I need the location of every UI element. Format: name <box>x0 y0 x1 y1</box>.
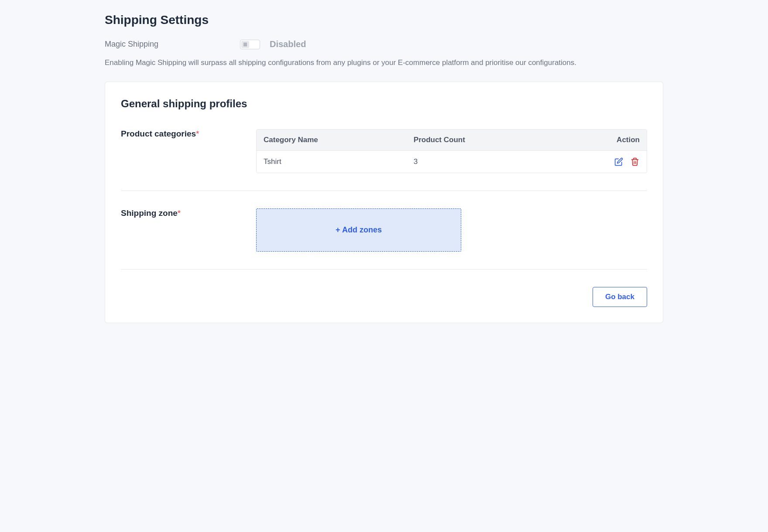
cell-category-name: Tshirt <box>257 151 407 173</box>
magic-shipping-toggle[interactable] <box>240 40 260 49</box>
required-asterisk: * <box>178 208 181 218</box>
cell-product-count: 3 <box>407 151 550 173</box>
edit-icon <box>614 157 623 166</box>
product-categories-section: Product categories* Category Name Produc… <box>121 129 647 191</box>
shipping-zone-label-text: Shipping zone <box>121 208 178 218</box>
delete-button[interactable] <box>630 157 640 167</box>
profile-title: General shipping profiles <box>121 98 647 110</box>
product-categories-label-text: Product categories <box>121 129 196 138</box>
page-title: Shipping Settings <box>105 13 663 27</box>
add-zones-button[interactable]: + Add zones <box>256 208 461 252</box>
magic-shipping-description: Enabling Magic Shipping will surpass all… <box>105 57 663 68</box>
col-action: Action <box>550 130 647 151</box>
trash-icon <box>631 157 639 166</box>
shipping-profile-card: General shipping profiles Product catego… <box>105 82 663 323</box>
col-category-name: Category Name <box>257 130 407 151</box>
shipping-zone-label: Shipping zone* <box>121 208 256 252</box>
magic-shipping-label: Magic Shipping <box>105 40 240 49</box>
footer-actions: Go back <box>121 287 647 307</box>
product-categories-label: Product categories* <box>121 129 256 173</box>
categories-table: Category Name Product Count Action Tshir… <box>256 129 647 173</box>
col-product-count: Product Count <box>407 130 550 151</box>
edit-button[interactable] <box>614 157 624 167</box>
shipping-zone-section: Shipping zone* + Add zones <box>121 208 647 269</box>
go-back-button[interactable]: Go back <box>593 287 647 307</box>
magic-shipping-row: Magic Shipping Disabled <box>105 39 663 49</box>
required-asterisk: * <box>196 129 199 138</box>
table-row: Tshirt 3 <box>257 151 647 173</box>
toggle-knob-icon <box>241 41 249 48</box>
magic-shipping-status: Disabled <box>270 39 306 49</box>
